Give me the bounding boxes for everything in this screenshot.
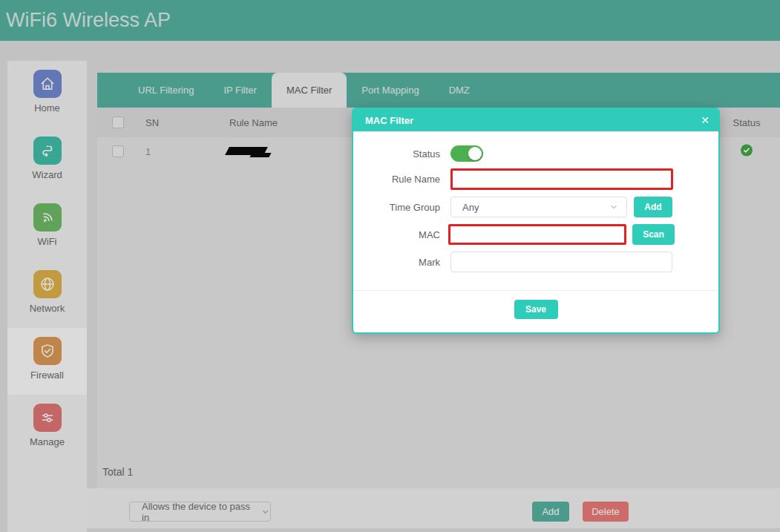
time-group-row: Time Group Any Add [353,197,718,217]
dialog-footer: Save [353,291,718,319]
save-button[interactable]: Save [514,300,558,319]
mac-filter-dialog: MAC Filter ✕ Status Rule Name Time Group… [352,108,720,334]
dialog-title: MAC Filter [353,115,413,126]
rule-name-required-highlight [450,168,673,190]
close-icon[interactable]: ✕ [701,109,709,131]
mac-label: MAC [353,229,440,240]
time-group-label: Time Group [353,202,440,213]
status-toggle[interactable] [450,145,483,162]
mark-label: Mark [353,257,440,268]
mac-row: MAC Scan [353,224,718,245]
rule-name-input[interactable] [453,171,671,188]
mark-input[interactable] [450,252,672,272]
mark-row: Mark [353,252,718,272]
status-label: Status [353,148,440,160]
dialog-header: MAC Filter ✕ [353,109,718,131]
status-row: Status [353,145,718,162]
time-group-select[interactable]: Any [450,197,627,217]
dialog-body: Status Rule Name Time Group Any Add MAC [353,131,718,319]
time-group-value: Any [462,202,609,213]
mac-scan-button[interactable]: Scan [632,224,675,245]
rule-name-label: Rule Name [353,174,440,185]
mac-input[interactable] [450,226,624,243]
mac-required-highlight [448,224,626,245]
page: WiFi6 Wireless AP Home Wizard [0,0,780,532]
rule-name-row: Rule Name [353,168,718,190]
time-group-add-button[interactable]: Add [634,197,672,217]
chevron-down-icon [609,202,619,212]
